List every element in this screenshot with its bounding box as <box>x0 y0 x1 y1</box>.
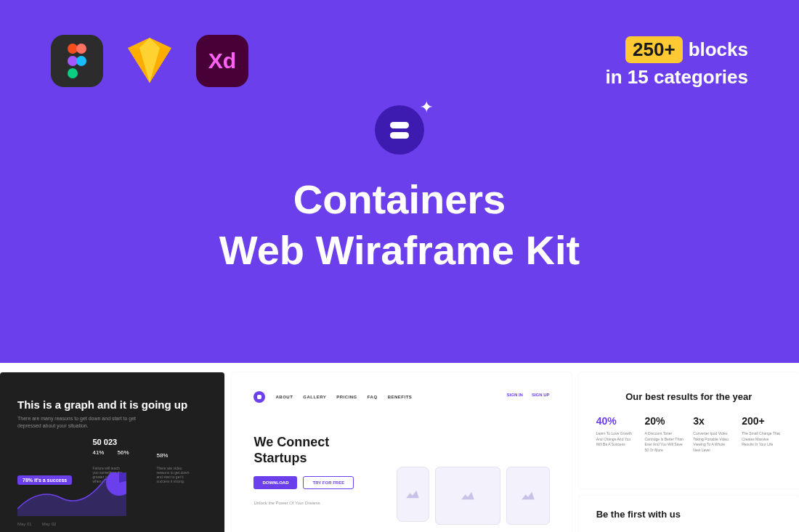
svg-marker-12 <box>461 492 474 500</box>
nav-benefits[interactable]: BENEFITS <box>388 395 413 399</box>
result-num: 200+ <box>742 415 782 427</box>
badge-subtext: in 15 categories <box>605 66 748 89</box>
result-item: 20% A Discount Toner Cartridge Is Better… <box>644 415 684 453</box>
phone-mockup <box>397 467 429 522</box>
card-graph: This is a graph and it is going up There… <box>0 372 224 532</box>
title-line-2: Web Wiraframe Kit <box>0 225 799 276</box>
card-stack-right: Our best results for the year 40% Learn … <box>579 372 799 532</box>
startup-title: We Connect Startups <box>254 435 384 466</box>
nav-auth: SIGN IN SIGN UP <box>507 393 550 397</box>
desktop-mockup <box>506 467 550 525</box>
result-desc: Converter Ipod Video Taking Portable Vid… <box>693 431 733 453</box>
card-results: Our best results for the year 40% Learn … <box>579 372 799 488</box>
preview-cards-row: This is a graph and it is going up There… <box>0 372 799 532</box>
brand-logo: ✦ <box>375 105 424 155</box>
result-desc: A Discount Toner Cartridge Is Better Tha… <box>644 431 684 453</box>
result-item: 40% Learn To Love Growth And Change And … <box>596 415 636 453</box>
mockup-previews <box>397 467 550 525</box>
graph-title: This is a graph and it is going up <box>17 398 207 411</box>
result-item: 3x Converter Ipod Video Taking Portable … <box>693 415 733 453</box>
result-desc: Learn To Love Growth And Change And You … <box>596 431 636 448</box>
nav-about[interactable]: ABOUT <box>275 395 293 399</box>
nav-pricing[interactable]: PRICING <box>336 395 357 399</box>
result-num: 3x <box>693 415 733 427</box>
card-be-first: Be the first with us <box>579 496 799 532</box>
results-title: Our best results for the year <box>596 391 782 402</box>
tablet-mockup <box>435 467 500 525</box>
result-desc: The Small Change That Creates Massive Re… <box>742 431 782 448</box>
count-badge: 250+ <box>625 36 683 63</box>
card-startup: ABOUT GALLERY PRICING FAQ BENEFITS SIGN … <box>232 372 571 532</box>
svg-point-2 <box>68 56 78 66</box>
sketch-icon <box>123 35 176 87</box>
nav-logo-icon <box>254 391 265 403</box>
nav-gallery[interactable]: GALLERY <box>303 395 326 399</box>
sparkle-icon: ✦ <box>420 98 433 117</box>
try-free-button[interactable]: TRY FOR FREE <box>303 476 354 489</box>
be-first-title: Be the first with us <box>596 509 782 520</box>
chart-area: 78% it's a success <box>17 458 207 516</box>
graph-desc: There are many reasons to get down and s… <box>17 415 148 430</box>
title-line-1: Containers <box>0 174 799 225</box>
result-num: 40% <box>596 415 636 427</box>
graph-stats: 50 023 41% 56% Failure will teach you so… <box>92 438 207 459</box>
svg-marker-13 <box>522 492 535 500</box>
stats-badge-area: 250+ blocks in 15 categories <box>605 36 748 89</box>
hero-title: Containers Web Wiraframe Kit <box>0 174 799 276</box>
axis-days: May 01 May 02 <box>17 522 56 526</box>
svg-point-3 <box>76 56 86 66</box>
svg-marker-11 <box>406 491 419 499</box>
xd-icon: Xd <box>196 35 248 87</box>
startup-nav: ABOUT GALLERY PRICING FAQ BENEFITS <box>254 391 549 403</box>
nav-faq[interactable]: FAQ <box>368 395 378 399</box>
svg-point-4 <box>68 68 78 78</box>
hero-section: Xd 250+ blocks in 15 categories ✦ Contai… <box>0 0 799 363</box>
result-num: 20% <box>644 415 684 427</box>
badge-label: blocks <box>689 38 748 61</box>
svg-point-0 <box>68 44 78 54</box>
startup-tagline: Unlock the Power Of Your Dreams <box>254 501 384 505</box>
result-item: 200+ The Small Change That Creates Massi… <box>742 415 782 453</box>
figma-icon <box>51 35 103 87</box>
download-button[interactable]: DOWNLOAD <box>254 476 297 489</box>
nav-signup[interactable]: SIGN UP <box>532 393 550 397</box>
svg-point-1 <box>76 44 86 54</box>
stat-big: 50 023 <box>92 438 207 446</box>
nav-signin[interactable]: SIGN IN <box>507 393 523 397</box>
